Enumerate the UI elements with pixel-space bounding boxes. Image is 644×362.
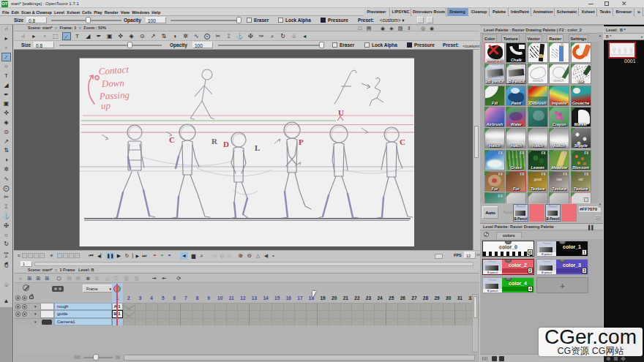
svg-text:P: P (299, 137, 304, 146)
svg-text:L: L (255, 143, 260, 152)
svg-text:D: D (223, 140, 229, 148)
svg-text:up: up (101, 100, 111, 111)
svg-text:C: C (400, 137, 405, 146)
svg-text:U: U (338, 108, 344, 117)
svg-text:Down: Down (100, 77, 124, 89)
svg-text:C: C (169, 135, 175, 144)
svg-text:Contact: Contact (98, 64, 129, 77)
svg-text:R: R (211, 137, 218, 146)
